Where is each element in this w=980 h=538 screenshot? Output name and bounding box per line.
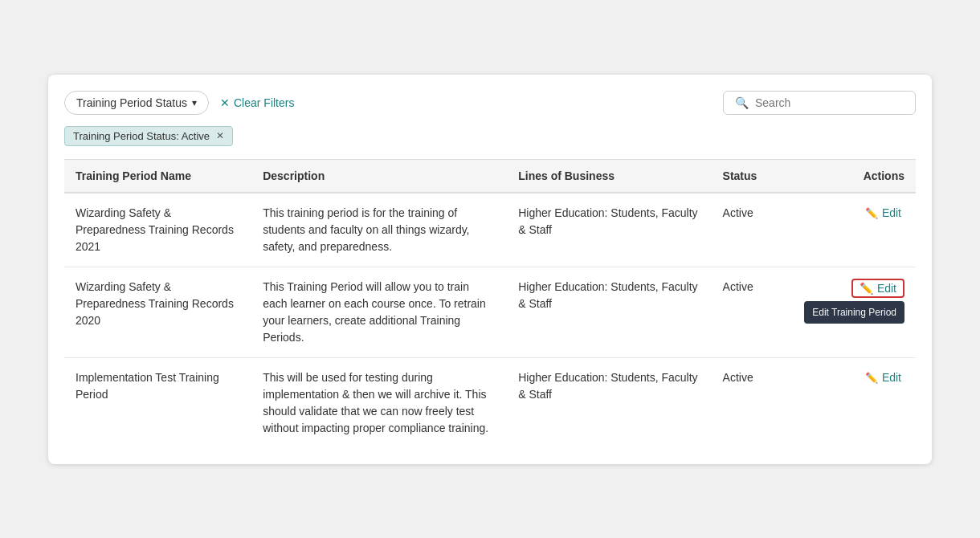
col-header-lob: Lines of Business xyxy=(507,159,711,193)
pencil-icon: ✏️ xyxy=(865,372,878,384)
row1-description: This training period is for the training… xyxy=(251,193,507,267)
row2-description: This Training Period will allow you to t… xyxy=(251,267,507,357)
search-box: 🔍 xyxy=(723,91,916,115)
row3-actions-cell: ✏️ Edit xyxy=(797,357,916,448)
filter-tag-remove-button[interactable]: ✕ xyxy=(216,130,224,141)
pencil-icon: ✏️ xyxy=(865,207,878,219)
tooltip-wrapper: Edit Training Period ✏️ Edit xyxy=(851,279,904,298)
table-header-row: Training Period Name Description Lines o… xyxy=(64,159,916,193)
row3-description: This will be used for testing during imp… xyxy=(251,357,507,448)
toolbar: Training Period Status ▾ ✕ Clear Filters… xyxy=(64,91,916,115)
clear-filters-label: Clear Filters xyxy=(234,96,294,109)
row2-status: Active xyxy=(712,267,797,357)
search-input[interactable] xyxy=(755,96,904,109)
row3-name: Implementation Test Training Period xyxy=(64,357,251,448)
row2-name: Wizarding Safety & Preparedness Training… xyxy=(64,267,251,357)
filter-dropdown-label: Training Period Status xyxy=(76,96,187,109)
row1-actions-cell: ✏️ Edit xyxy=(797,193,916,267)
clear-filters-button[interactable]: ✕ Clear Filters xyxy=(220,96,294,109)
row3-status: Active xyxy=(712,357,797,448)
row2-lob: Higher Education: Students, Faculty & St… xyxy=(507,267,711,357)
row1-status: Active xyxy=(712,193,797,267)
col-header-actions: Actions xyxy=(797,159,916,193)
toolbar-left: Training Period Status ▾ ✕ Clear Filters xyxy=(64,91,294,115)
pencil-icon: ✏️ xyxy=(860,282,873,295)
training-periods-table: Training Period Name Description Lines o… xyxy=(64,159,916,448)
col-header-name: Training Period Name xyxy=(64,159,251,193)
table-row: Wizarding Safety & Preparedness Training… xyxy=(64,193,916,267)
table-row: Implementation Test Training Period This… xyxy=(64,357,916,448)
row2-edit-button[interactable]: ✏️ Edit xyxy=(851,279,904,298)
row1-lob: Higher Education: Students, Faculty & St… xyxy=(507,193,711,267)
table-row: Wizarding Safety & Preparedness Training… xyxy=(64,267,916,357)
row1-name: Wizarding Safety & Preparedness Training… xyxy=(64,193,251,267)
filter-tag: Training Period Status: Active ✕ xyxy=(64,126,233,146)
filter-tag-label: Training Period Status: Active xyxy=(73,130,210,142)
chevron-down-icon: ▾ xyxy=(192,97,197,108)
row1-edit-label: Edit xyxy=(882,206,901,219)
row2-edit-label: Edit xyxy=(877,282,896,295)
row3-edit-label: Edit xyxy=(882,371,901,384)
table-body: Wizarding Safety & Preparedness Training… xyxy=(64,193,916,448)
row2-actions-cell: Edit Training Period ✏️ Edit xyxy=(797,267,916,357)
filter-dropdown-button[interactable]: Training Period Status ▾ xyxy=(64,91,209,115)
tooltip-box: Edit Training Period xyxy=(804,301,904,324)
row3-edit-button[interactable]: ✏️ Edit xyxy=(862,369,904,385)
main-container: Training Period Status ▾ ✕ Clear Filters… xyxy=(48,75,932,464)
col-header-status: Status xyxy=(712,159,797,193)
row1-edit-button[interactable]: ✏️ Edit xyxy=(862,205,904,221)
col-header-description: Description xyxy=(251,159,507,193)
table-header: Training Period Name Description Lines o… xyxy=(64,159,916,193)
search-icon: 🔍 xyxy=(735,96,749,109)
row3-lob: Higher Education: Students, Faculty & St… xyxy=(507,357,711,448)
active-filter-tags: Training Period Status: Active ✕ xyxy=(64,126,916,146)
clear-filters-x-icon: ✕ xyxy=(220,96,230,109)
